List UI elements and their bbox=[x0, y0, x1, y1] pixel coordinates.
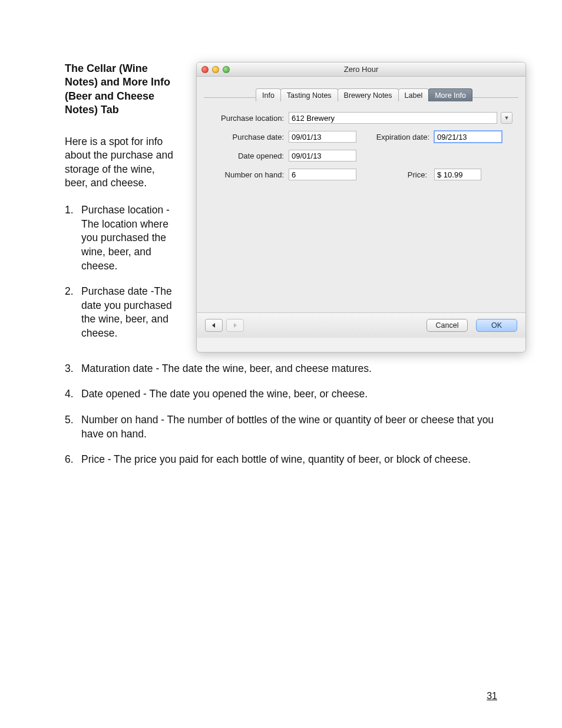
list-item: 2. Purchase date -The date you purchased… bbox=[65, 285, 174, 341]
list-item: 3. Maturation date - The date the wine, … bbox=[65, 362, 497, 376]
app-window: Zero Hour Info Tasting Notes Brewery Not… bbox=[196, 62, 526, 353]
tab-tasting-notes[interactable]: Tasting Notes bbox=[280, 88, 338, 101]
tabstrip: Info Tasting Notes Brewery Notes Label M… bbox=[256, 88, 472, 101]
list-text: Maturation date - The date the wine, bee… bbox=[81, 362, 497, 376]
purchase-date-label: Purchase date: bbox=[209, 133, 285, 141]
number-on-hand-label: Number on hand: bbox=[209, 170, 285, 179]
expiration-date-input[interactable] bbox=[434, 131, 502, 143]
tab-label[interactable]: Label bbox=[398, 88, 429, 101]
number-on-hand-input[interactable] bbox=[289, 169, 356, 180]
window-zoom-button[interactable] bbox=[223, 66, 230, 73]
previous-record-button[interactable] bbox=[205, 319, 223, 332]
price-input[interactable] bbox=[434, 169, 481, 180]
intro-paragraph: Here is a spot for info about the purcha… bbox=[65, 135, 174, 191]
window-titlebar[interactable]: Zero Hour bbox=[197, 62, 525, 77]
window-title: Zero Hour bbox=[344, 65, 379, 74]
section-heading: The Cellar (Wine Notes) and More Info (B… bbox=[65, 62, 174, 117]
list-item: 4. Date opened - The date you opened the… bbox=[65, 387, 497, 401]
list-text: Purchase date -The date you purchased th… bbox=[81, 285, 174, 341]
cancel-button[interactable]: Cancel bbox=[427, 319, 468, 332]
chevron-right-icon bbox=[232, 322, 238, 328]
list-text: Purchase location - The location where y… bbox=[81, 203, 174, 273]
list-number: 1. bbox=[65, 203, 81, 273]
chevron-down-icon: ▼ bbox=[504, 115, 510, 121]
next-record-button[interactable] bbox=[226, 319, 244, 332]
tab-info[interactable]: Info bbox=[256, 88, 281, 101]
chevron-left-icon bbox=[211, 322, 217, 328]
purchase-date-input[interactable] bbox=[289, 131, 356, 143]
date-opened-input[interactable] bbox=[289, 150, 356, 162]
price-label: Price: bbox=[360, 170, 431, 179]
page-number: 31 bbox=[487, 691, 497, 701]
window-minimize-button[interactable] bbox=[212, 66, 219, 73]
tab-brewery-notes[interactable]: Brewery Notes bbox=[338, 88, 399, 101]
list-number: 2. bbox=[65, 285, 81, 341]
list-text: Date opened - The date you opened the wi… bbox=[81, 387, 497, 401]
list-text: Price - The price you paid for each bott… bbox=[81, 453, 497, 467]
list-number: 5. bbox=[65, 413, 81, 441]
list-item: 5. Number on hand - The number of bottle… bbox=[65, 413, 497, 441]
list-number: 3. bbox=[65, 362, 81, 376]
purchase-location-label: Purchase location: bbox=[209, 114, 285, 123]
list-item: 6. Price - The price you paid for each b… bbox=[65, 453, 497, 467]
tab-more-info[interactable]: More Info bbox=[428, 88, 472, 101]
window-close-button[interactable] bbox=[201, 66, 209, 73]
ok-button[interactable]: OK bbox=[476, 319, 517, 332]
date-opened-label: Date opened: bbox=[209, 151, 285, 160]
list-text: Number on hand - The number of bottles o… bbox=[81, 413, 497, 441]
purchase-location-dropdown-button[interactable]: ▼ bbox=[501, 112, 513, 124]
list-number: 6. bbox=[65, 453, 81, 467]
expiration-date-label: Expiration date: bbox=[360, 133, 431, 141]
list-item: 1. Purchase location - The location wher… bbox=[65, 203, 174, 273]
purchase-location-input[interactable] bbox=[289, 112, 497, 124]
list-number: 4. bbox=[65, 387, 81, 401]
